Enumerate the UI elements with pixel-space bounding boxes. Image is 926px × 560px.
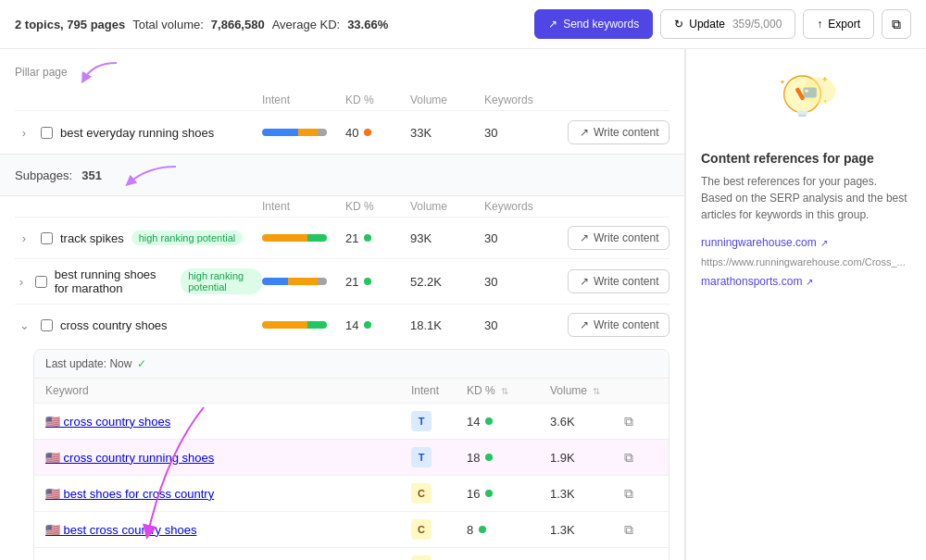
write-icon: ↗	[580, 318, 589, 331]
copy-icon[interactable]: ⧉	[624, 450, 657, 466]
ref-link-1-url: https://www.runningwarehouse.com/Cross_.…	[701, 256, 911, 268]
external-link-icon: ↗	[820, 238, 828, 248]
copy-icon[interactable]: ⧉	[624, 414, 657, 429]
col-keywords: Keywords	[484, 93, 568, 106]
stats-section: 2 topics, 795 pages Total volume: 7,866,…	[15, 18, 388, 31]
pillar-name: best everyday running shoes	[60, 126, 214, 140]
subpages-arrow-annotation	[111, 162, 185, 188]
refresh-icon: ↻	[674, 18, 683, 31]
kw-col-intent: Intent	[411, 384, 467, 397]
pillar-row-label: › best everyday running shoes	[15, 123, 262, 142]
pillar-kd: 40	[345, 126, 410, 140]
export-button[interactable]: ↑ Export	[803, 9, 874, 39]
kd-value: 33.66%	[347, 18, 388, 31]
subpage-row-expanded: ⌄ cross country shoes 14 18.1K 30	[15, 304, 669, 345]
intent-badge: C	[411, 483, 432, 504]
sub-col-keywords: Keywords	[484, 200, 568, 213]
pillar-write-button[interactable]: ↗ Write content	[568, 120, 669, 144]
check-icon: ✓	[137, 357, 146, 370]
kd-dot	[364, 234, 371, 242]
kd-dot	[364, 321, 371, 329]
subpages-label: Subpages:	[15, 168, 72, 182]
sub-col-intent: Intent	[262, 200, 345, 213]
sub-col-kd: KD %	[345, 200, 410, 213]
subpage-checkbox[interactable]	[35, 276, 47, 288]
svg-point-9	[802, 78, 835, 105]
pillar-checkbox[interactable]	[41, 127, 53, 139]
send-icon: ↗	[548, 18, 557, 31]
top-bar-actions: ↗ Send keywords ↻ Update 359/5,000 ↑ Exp…	[534, 9, 911, 39]
write-content-button[interactable]: ↗ Write content	[568, 226, 669, 250]
expand-icon[interactable]: ›	[15, 229, 33, 247]
write-icon: ↗	[580, 231, 589, 244]
collapse-icon[interactable]: ⌄	[15, 316, 33, 334]
subpage-name: cross country shoes	[60, 318, 168, 332]
svg-rect-1	[796, 111, 808, 115]
sub-col-volume: Volume	[410, 200, 484, 213]
left-panel: Pillar page Intent KD % Volume Keywords	[0, 49, 685, 560]
send-keywords-button[interactable]: ↗ Send keywords	[534, 9, 653, 39]
expand-icon[interactable]: ›	[15, 272, 28, 291]
subpages-col-headers: Intent KD % Volume Keywords	[0, 196, 684, 217]
kd-label: Average KD:	[272, 18, 340, 31]
svg-text:✦: ✦	[780, 78, 785, 86]
subpage-rows: › track spikes high ranking potential 21…	[0, 217, 684, 345]
kw-last-update: Last update: Now ✓	[34, 350, 669, 379]
intent-badge: T	[411, 411, 432, 431]
ref-link-2-domain: marathonsports.com	[701, 275, 802, 288]
col-intent: Intent	[262, 93, 345, 106]
copy-icon: ⧉	[892, 17, 901, 32]
subpage-name: best running shoes for marathon	[55, 268, 173, 295]
subpage-checkbox[interactable]	[41, 232, 53, 244]
illustration: ✦ ✦ ✦	[701, 64, 911, 138]
write-content-button[interactable]: ↗ Write content	[568, 269, 669, 293]
ranking-badge: high ranking potential	[131, 230, 244, 245]
write-content-button[interactable]: ↗ Write content	[568, 313, 669, 337]
subpage-checkbox[interactable]	[41, 319, 53, 331]
update-button[interactable]: ↻ Update 359/5,000	[660, 9, 795, 39]
subpages-count: 351	[81, 168, 102, 182]
subpage-name: track spikes	[60, 231, 124, 245]
ref-link-1-domain: runningwarehouse.com	[701, 236, 817, 249]
col-volume: Volume	[410, 93, 484, 106]
write-icon: ↗	[580, 126, 589, 139]
ranking-badge: high ranking potential	[181, 268, 262, 294]
pillar-section: Pillar page Intent KD % Volume Keywords	[0, 49, 684, 154]
pillar-label: Pillar page	[15, 66, 68, 79]
pillar-volume: 33K	[410, 126, 484, 140]
ref-link-1[interactable]: runningwarehouse.com ↗	[701, 236, 911, 249]
pink-arrow-svg	[19, 380, 278, 560]
intent-badge: C	[411, 555, 432, 560]
export-icon: ↑	[817, 18, 822, 31]
kd-dot	[364, 278, 371, 285]
intent-badge: T	[411, 447, 432, 467]
content-ref-desc: The best references for your pages. Base…	[701, 173, 911, 223]
top-bar: 2 topics, 795 pages Total volume: 7,866,…	[0, 0, 926, 49]
topics-count: 2 topics, 795 pages	[15, 18, 125, 31]
copy-icon[interactable]: ⧉	[624, 486, 657, 502]
copy-icon[interactable]: ⧉	[624, 522, 657, 538]
kw-col-kd: KD % ⇅	[467, 384, 550, 397]
pillar-arrow-annotation	[75, 58, 121, 86]
update-count: 359/5,000	[732, 18, 782, 31]
ref-link-2[interactable]: marathonsports.com ↗	[701, 275, 911, 288]
copy-button[interactable]: ⧉	[882, 9, 911, 39]
volume-label: Total volume:	[132, 18, 204, 31]
expand-icon[interactable]: ›	[15, 123, 33, 142]
external-link-icon: ↗	[806, 277, 813, 287]
kd-dot	[364, 129, 371, 136]
content-ref-title: Content references for page	[701, 151, 911, 166]
right-panel: ✦ ✦ ✦ Content references for page The be…	[685, 49, 926, 560]
subpages-header: Subpages: 351	[0, 154, 684, 196]
svg-rect-2	[798, 114, 807, 117]
pillar-intent	[262, 129, 345, 136]
volume-value: 7,866,580	[211, 18, 265, 31]
main-content: Pillar page Intent KD % Volume Keywords	[0, 49, 926, 560]
subpage-row: › best running shoes for marathon high r…	[15, 258, 669, 304]
subpage-row: › track spikes high ranking potential 21…	[15, 217, 669, 258]
pillar-keywords: 30	[484, 126, 568, 140]
intent-badge: C	[411, 519, 432, 540]
col-kd: KD %	[345, 93, 410, 106]
content-ref-illustration: ✦ ✦ ✦	[765, 64, 848, 138]
pillar-row: › best everyday running shoes 40 33K	[15, 110, 669, 154]
